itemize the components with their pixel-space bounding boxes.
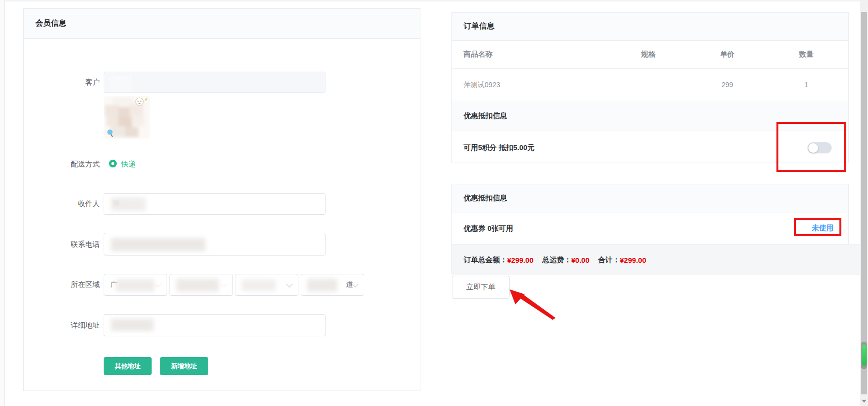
customer-avatar-image xyxy=(104,96,150,139)
customer-input[interactable] xyxy=(104,72,326,93)
delivery-method-label: 配送方式 xyxy=(37,160,100,169)
chevron-down-icon xyxy=(352,281,358,287)
recipient-input[interactable]: 萍 xyxy=(104,193,326,215)
region-district-redacted xyxy=(242,279,276,291)
chevron-down-icon xyxy=(155,281,161,287)
member-card-title: 会员信息 xyxy=(24,9,420,39)
place-order-button[interactable]: 立即下单 xyxy=(452,276,510,299)
order-card-title: 订单信息 xyxy=(452,13,848,41)
delivery-express-radio[interactable] xyxy=(109,160,117,167)
product-name-cell: 萍测试0923 xyxy=(464,80,609,90)
col-header-spec: 规格 xyxy=(609,50,688,59)
address-input[interactable] xyxy=(104,314,326,336)
annotation-arrow-submit xyxy=(504,285,562,324)
page-top-edge xyxy=(0,0,860,1)
grand-total-label: 合计： xyxy=(598,256,620,265)
points-toggle[interactable] xyxy=(807,142,832,153)
region-label: 所在区域 xyxy=(37,280,100,289)
shipping-total-value: ¥0.00 xyxy=(571,256,589,264)
coupon-availability-text: 优惠券 0张可用 xyxy=(464,224,513,233)
coupon-discount-card: 优惠抵扣信息 优惠券 0张可用 未使用 订单总金额： ¥299.00 总运费： … xyxy=(451,184,849,274)
product-qty-cell: 1 xyxy=(767,81,846,89)
region-city-select[interactable] xyxy=(170,274,233,296)
region-district-select[interactable] xyxy=(235,274,298,296)
order-info-card: 订单信息 商品名称 规格 单价 数量 萍测试0923 299 1 优惠抵扣信息 … xyxy=(451,12,849,163)
coupon-row: 优惠券 0张可用 未使用 xyxy=(452,212,848,245)
member-info-card: 会员信息 客户 xyxy=(23,8,420,391)
address-value-redacted xyxy=(111,319,154,331)
chevron-down-icon xyxy=(286,281,293,287)
scrollbar-green-marker xyxy=(862,345,867,366)
points-discount-text: 可用5积分 抵扣5.00元 xyxy=(464,143,535,152)
recipient-value-redacted xyxy=(111,197,146,211)
customer-value-redacted xyxy=(111,75,131,90)
delivery-option-express[interactable]: 快递 xyxy=(121,160,136,169)
order-total-value: ¥299.00 xyxy=(507,256,533,264)
col-header-unit-price: 单价 xyxy=(688,50,767,59)
table-row: 萍测试0923 299 1 xyxy=(452,69,848,101)
col-header-quantity: 数量 xyxy=(767,50,846,59)
order-total-label: 订单总金额： xyxy=(464,256,507,265)
page-scrollbar-thumb[interactable] xyxy=(861,12,867,394)
order-totals-row: 订单总金额： ¥299.00 总运费： ¥0.00 合计： ¥299.00 xyxy=(452,244,860,275)
chevron-down-icon xyxy=(221,281,227,287)
region-street-fragment: 道 xyxy=(346,280,353,289)
region-city-redacted xyxy=(176,279,219,292)
toggle-knob-icon xyxy=(808,143,818,153)
phone-value-redacted xyxy=(111,238,205,251)
grand-total-value: ¥299.00 xyxy=(620,256,646,264)
order-table-header-row: 商品名称 规格 单价 数量 xyxy=(452,41,848,69)
address-label: 详细地址 xyxy=(37,321,100,330)
scrollbar-down-arrow-icon[interactable] xyxy=(862,400,867,403)
other-address-button[interactable]: 其他地址 xyxy=(104,357,152,375)
recipient-label: 收件人 xyxy=(37,199,100,209)
avatar-blurred-graphic xyxy=(104,96,150,139)
add-address-button[interactable]: 新增地址 xyxy=(160,357,208,375)
region-street-select[interactable]: 道 xyxy=(301,274,364,296)
region-province-redacted xyxy=(116,279,155,292)
points-discount-section-title: 优惠抵扣信息 xyxy=(452,101,848,131)
region-province-select[interactable]: 广 xyxy=(104,274,167,296)
page-left-edge xyxy=(0,0,5,406)
customer-label: 客户 xyxy=(37,78,100,87)
col-header-product-name: 商品名称 xyxy=(464,50,609,59)
points-discount-row: 可用5积分 抵扣5.00元 xyxy=(452,131,848,164)
region-street-redacted xyxy=(307,279,337,292)
coupon-status-link[interactable]: 未使用 xyxy=(812,224,834,233)
phone-label: 联系电话 xyxy=(37,240,100,249)
shipping-total-label: 总运费： xyxy=(542,256,571,265)
product-price-cell: 299 xyxy=(688,81,767,89)
radio-dot-icon xyxy=(111,162,114,165)
coupon-card-title: 优惠抵扣信息 xyxy=(452,184,848,212)
phone-input[interactable] xyxy=(104,233,326,256)
